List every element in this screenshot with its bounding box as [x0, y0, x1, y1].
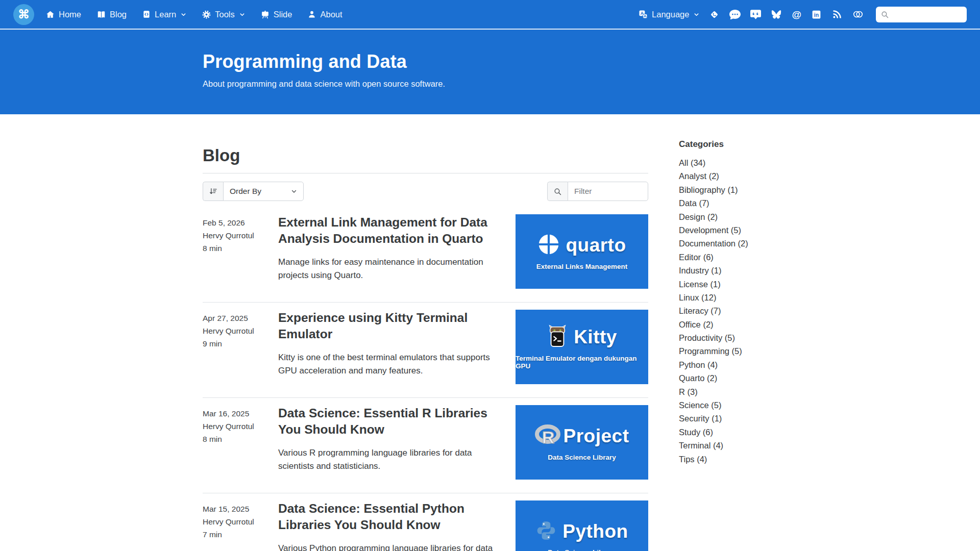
post-body: Experience using Kitty Terminal Emulator… — [278, 310, 516, 384]
category-link-industry[interactable]: Industry (1) — [679, 264, 766, 277]
post-description: Kitty is one of the best terminal emulat… — [278, 351, 497, 378]
chat-dots-icon[interactable] — [729, 9, 741, 20]
category-link-data[interactable]: Data (7) — [679, 196, 766, 210]
category-link-literacy[interactable]: Literacy (7) — [679, 304, 766, 317]
brand-name: Python — [562, 522, 628, 541]
linkedin-icon[interactable]: in — [811, 9, 822, 20]
category-link-quarto[interactable]: Quarto (2) — [679, 371, 766, 385]
categories-sidebar: Categories All (34) Analyst (2) Bibliogr… — [679, 139, 766, 466]
bluesky-icon[interactable] — [771, 9, 782, 20]
category-link-productivity[interactable]: Productivity (5) — [679, 331, 766, 344]
post-thumbnail[interactable]: quarto External Links Management — [516, 214, 648, 289]
nav-item-blog[interactable]: Blog — [96, 10, 127, 19]
post-row: Mar 15, 2025 Hervy Qurrotul 7 min Data S… — [203, 493, 648, 551]
navbar-search-input[interactable] — [893, 10, 962, 18]
site-title: Programming and Data — [203, 51, 980, 72]
category-link-programming[interactable]: Programming (5) — [679, 344, 766, 358]
category-link-python[interactable]: Python (4) — [679, 358, 766, 371]
nav-item-learn[interactable]: Learn — [142, 10, 186, 19]
post-meta: Apr 27, 2025 Hervy Qurrotul 9 min — [203, 310, 278, 384]
category-link-study[interactable]: Study (6) — [679, 425, 766, 439]
book-icon — [96, 10, 106, 19]
journal-code-icon — [142, 10, 151, 19]
brand-name: Project — [564, 427, 629, 445]
chevron-down-icon — [694, 12, 699, 17]
category-link-linux[interactable]: Linux (12) — [679, 291, 766, 304]
page-body: Blog Order By — [0, 114, 980, 551]
page: ⌘ Home Blog Learn — [0, 0, 980, 551]
post-title-link[interactable]: Experience using Kitty Terminal Emulator — [278, 310, 497, 343]
category-link-design[interactable]: Design (2) — [679, 210, 766, 223]
post-description: Various R programming language libraries… — [278, 446, 497, 473]
post-date: Mar 15, 2025 — [203, 503, 278, 516]
filter-control — [547, 182, 648, 201]
category-link-bibliography[interactable]: Bibliography (1) — [679, 183, 766, 196]
thumbnail-caption: Terminal Emulator dengan dukungan GPU — [516, 355, 648, 370]
post-thumbnail[interactable]: Kitty Terminal Emulator dengan dukungan … — [516, 310, 648, 384]
category-link-documentation[interactable]: Documentation (2) — [679, 237, 766, 250]
post-row: Mar 16, 2025 Hervy Qurrotul 8 min Data S… — [203, 398, 648, 493]
category-link-office[interactable]: Office (2) — [679, 318, 766, 331]
filter-input[interactable] — [568, 182, 648, 201]
main-content: Blog Order By — [203, 114, 648, 551]
rss-icon[interactable] — [831, 9, 842, 20]
post-author: Hervy Qurrotul — [203, 325, 278, 338]
post-title-link[interactable]: External Link Management for Data Analys… — [278, 214, 497, 247]
divider — [203, 173, 648, 173]
nav-item-home[interactable]: Home — [45, 10, 81, 19]
post-title-link[interactable]: Data Science: Essential Python Libraries… — [278, 500, 497, 534]
navbar: ⌘ Home Blog Learn — [0, 0, 980, 30]
navbar-right: A Language @ in — [638, 7, 967, 22]
order-by-select[interactable]: Order By — [223, 182, 304, 201]
category-link-all[interactable]: All (34) — [679, 156, 766, 169]
post-date: Apr 27, 2025 — [203, 312, 278, 325]
post-meta: Mar 16, 2025 Hervy Qurrotul 8 min — [203, 405, 278, 480]
order-by-control: Order By — [203, 182, 304, 201]
git-icon[interactable] — [709, 9, 720, 20]
category-link-editor[interactable]: Editor (6) — [679, 251, 766, 264]
post-title-link[interactable]: Data Science: Essential R Libraries You … — [278, 405, 497, 438]
category-link-science[interactable]: Science (5) — [679, 398, 766, 412]
nav-label: Learn — [155, 10, 176, 19]
order-by-label: Order By — [230, 187, 261, 196]
post-reading-time: 8 min — [203, 242, 278, 255]
theme-toggle-icon[interactable] — [852, 9, 864, 20]
site-logo[interactable]: ⌘ — [13, 4, 34, 25]
thumbnail-caption: External Links Management — [536, 263, 628, 270]
post-row: Apr 27, 2025 Hervy Qurrotul 9 min Experi… — [203, 303, 648, 398]
post-list: Feb 5, 2026 Hervy Qurrotul 8 min Externa… — [203, 207, 648, 551]
search-icon — [880, 10, 889, 19]
chevron-down-icon — [181, 12, 186, 17]
svg-text:R: R — [542, 428, 554, 446]
category-link-r[interactable]: R (3) — [679, 385, 766, 398]
category-link-tips[interactable]: Tips (4) — [679, 453, 766, 466]
translate-icon: A — [638, 9, 648, 19]
category-link-terminal[interactable]: Terminal (4) — [679, 439, 766, 452]
nav-links: Home Blog Learn To — [45, 10, 342, 19]
nav-item-tools[interactable]: Tools — [202, 10, 245, 19]
brand-name: Kitty — [574, 328, 617, 346]
person-icon — [307, 10, 316, 19]
sort-icon — [203, 182, 223, 201]
nav-label: About — [320, 10, 342, 19]
post-thumbnail[interactable]: R Project Data Science Library — [516, 405, 648, 480]
chat-quote-icon[interactable] — [750, 9, 761, 20]
category-link-license[interactable]: License (1) — [679, 278, 766, 291]
category-link-security[interactable]: Security (1) — [679, 412, 766, 425]
nav-item-slide[interactable]: Slide — [260, 10, 292, 19]
post-date: Mar 16, 2025 — [203, 408, 278, 420]
category-link-development[interactable]: Development (5) — [679, 223, 766, 237]
mastodon-icon[interactable]: @ — [792, 10, 801, 19]
thumbnail-caption: Data Science Library — [548, 548, 616, 551]
post-thumbnail[interactable]: Python Data Science Library — [516, 500, 648, 551]
language-menu[interactable]: A Language — [638, 9, 699, 19]
kitty-logo-icon — [547, 324, 568, 349]
at-glyph: @ — [792, 10, 801, 19]
post-author: Hervy Qurrotul — [203, 420, 278, 433]
post-description: Various Python programming language libr… — [278, 542, 497, 551]
post-author: Hervy Qurrotul — [203, 516, 278, 529]
listing-controls: Order By — [203, 182, 648, 201]
category-link-analyst[interactable]: Analyst (2) — [679, 169, 766, 183]
nav-item-about[interactable]: About — [307, 10, 342, 19]
home-icon — [45, 10, 55, 19]
